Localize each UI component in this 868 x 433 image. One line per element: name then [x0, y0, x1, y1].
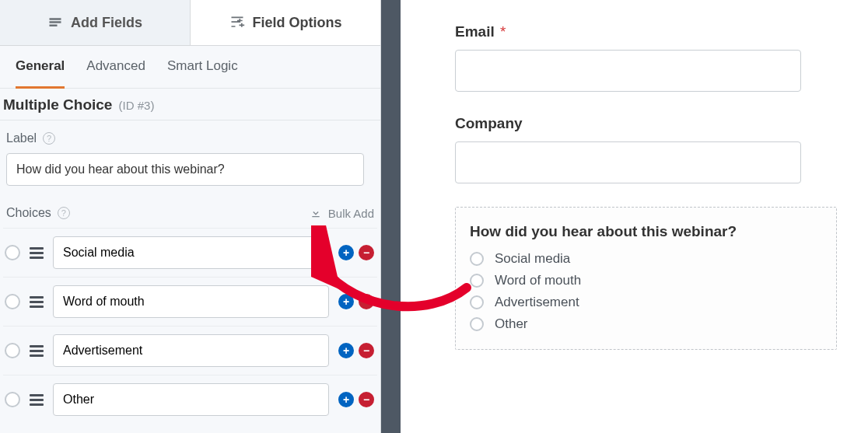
download-icon [310, 207, 322, 219]
tab-add-fields[interactable]: Add Fields [0, 0, 191, 45]
email-label-text: Email [455, 23, 495, 40]
add-choice-button[interactable]: + [338, 294, 354, 309]
bulk-add-label: Bulk Add [328, 207, 374, 220]
choice-input[interactable] [53, 334, 329, 367]
choice-row: + − [3, 228, 377, 277]
add-choice-button[interactable]: + [338, 245, 354, 260]
choice-default-radio[interactable] [5, 245, 20, 260]
drag-handle-icon[interactable] [30, 296, 44, 308]
help-icon[interactable]: ? [43, 132, 55, 145]
choice-row: + − [3, 375, 377, 424]
preview-radio-option[interactable]: Word of mouth [470, 273, 822, 288]
choice-input[interactable] [53, 285, 329, 318]
choice-input[interactable] [53, 236, 329, 269]
field-options-panel: Add Fields Field Options General Advance… [0, 0, 381, 433]
add-choice-button[interactable]: + [338, 343, 354, 358]
subtabs: General Advanced Smart Logic [0, 46, 380, 89]
preview-selected-multiple-choice[interactable]: How did you hear about this webinar? Soc… [455, 207, 837, 350]
choice-default-radio[interactable] [5, 343, 20, 358]
preview-radio-option[interactable]: Advertisement [470, 295, 822, 310]
field-type-title: Multiple Choice [3, 96, 112, 113]
preview-email-field[interactable]: Email * [455, 23, 837, 92]
remove-choice-button[interactable]: − [359, 245, 374, 260]
radio-option-label: Other [495, 316, 528, 332]
choice-row: + − [3, 277, 377, 326]
radio-icon [470, 252, 484, 266]
preview-company-field[interactable]: Company [455, 115, 837, 183]
remove-choice-button[interactable]: − [359, 343, 374, 358]
field-options-icon [229, 15, 245, 30]
drag-handle-icon[interactable] [30, 394, 44, 406]
preview-radio-list: Social media Word of mouth Advertisement… [470, 251, 822, 332]
choice-default-radio[interactable] [5, 294, 20, 309]
radio-icon [470, 274, 484, 288]
remove-choice-button[interactable]: − [359, 392, 374, 407]
preview-company-label: Company [455, 115, 837, 132]
panel-divider [381, 0, 401, 433]
field-heading: Multiple Choice (ID #3) [0, 89, 380, 120]
tab-field-options[interactable]: Field Options [191, 0, 380, 45]
drag-handle-icon[interactable] [30, 247, 44, 259]
label-input[interactable] [6, 153, 364, 186]
choice-row: + − [3, 326, 377, 375]
add-fields-icon [47, 15, 63, 30]
panel-tabbar: Add Fields Field Options [0, 0, 380, 46]
tab-field-options-label: Field Options [253, 15, 342, 31]
choices-heading: Choices [6, 206, 51, 220]
help-icon[interactable]: ? [58, 207, 70, 219]
company-input[interactable] [455, 141, 801, 183]
form-preview: Email * Company How did you hear about t… [401, 0, 868, 433]
drag-handle-icon[interactable] [30, 345, 44, 357]
subtab-general[interactable]: General [16, 58, 65, 89]
preview-question: How did you hear about this webinar? [470, 223, 822, 240]
setting-label: Label ? [3, 120, 377, 194]
radio-option-label: Word of mouth [495, 273, 581, 288]
choice-input[interactable] [53, 383, 329, 416]
radio-option-label: Advertisement [495, 295, 579, 310]
subtab-advanced[interactable]: Advanced [86, 58, 145, 82]
add-choice-button[interactable]: + [338, 392, 354, 407]
choice-default-radio[interactable] [5, 392, 20, 407]
remove-choice-button[interactable]: − [359, 294, 374, 309]
subtab-smart-logic[interactable]: Smart Logic [167, 58, 238, 82]
radio-icon [470, 317, 484, 331]
preview-radio-option[interactable]: Social media [470, 251, 822, 267]
preview-radio-option[interactable]: Other [470, 316, 822, 332]
preview-email-label: Email * [455, 23, 837, 40]
radio-icon [470, 295, 484, 309]
tab-add-fields-label: Add Fields [71, 15, 142, 31]
choices-header: Choices ? Bulk Add [3, 194, 377, 228]
radio-option-label: Social media [495, 251, 570, 267]
required-asterisk: * [500, 23, 506, 40]
field-id: (ID #3) [119, 99, 155, 112]
label-heading: Label [6, 131, 37, 145]
email-input[interactable] [455, 50, 801, 92]
bulk-add-button[interactable]: Bulk Add [310, 207, 374, 220]
